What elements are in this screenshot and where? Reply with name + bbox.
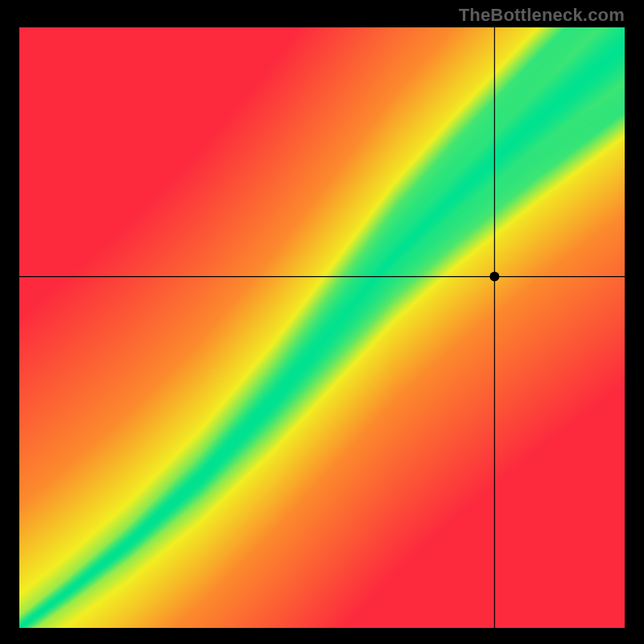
heatmap-canvas xyxy=(19,27,625,628)
plot-area xyxy=(19,27,625,628)
watermark: TheBottleneck.com xyxy=(459,5,625,26)
chart-frame: TheBottleneck.com xyxy=(0,0,644,644)
